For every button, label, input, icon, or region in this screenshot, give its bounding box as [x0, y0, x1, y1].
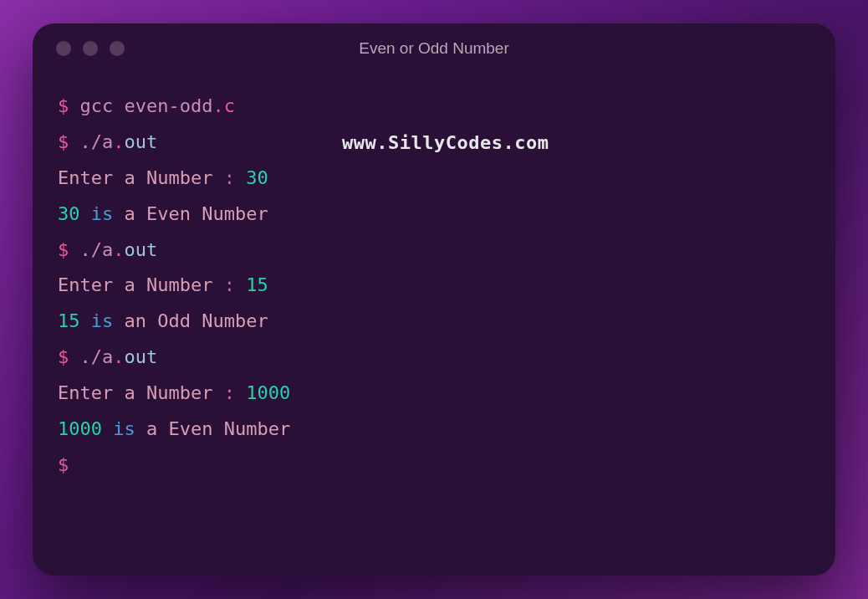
cmd-text: ./a [80, 131, 114, 152]
prompt-symbol: $ [58, 131, 69, 152]
colon: : [224, 167, 235, 188]
result-number: 30 [58, 203, 80, 224]
terminal-content[interactable]: www.SillyCodes.com $ gcc even-odd.c $ ./… [33, 74, 835, 499]
cmd-text: gcc even-odd [80, 95, 213, 116]
terminal-window: Even or Odd Number www.SillyCodes.com $ … [33, 23, 835, 576]
is-word: is [113, 418, 135, 439]
terminal-line: $ [58, 448, 810, 484]
input-value: 15 [246, 274, 268, 295]
result-number: 1000 [58, 418, 102, 439]
terminal-line: $ ./a.out [58, 125, 810, 161]
result-text: a Even Number [125, 203, 268, 224]
terminal-line: Enter a Number : 30 [58, 161, 810, 197]
terminal-line: Enter a Number : 1000 [58, 376, 810, 412]
dot: . [113, 239, 124, 260]
maximize-icon[interactable] [110, 41, 125, 56]
terminal-line: $ ./a.out [58, 340, 810, 376]
close-icon[interactable] [56, 41, 71, 56]
cmd-text: out [125, 346, 158, 367]
window-controls [56, 41, 125, 56]
prompt-symbol: $ [58, 454, 69, 475]
result-text: a Even Number [146, 418, 290, 439]
terminal-line: Enter a Number : 15 [58, 268, 810, 304]
cmd-text: out [125, 239, 158, 260]
prompt-symbol: $ [58, 346, 69, 367]
cmd-text: ./a [80, 239, 114, 260]
minimize-icon[interactable] [83, 41, 98, 56]
colon: : [224, 274, 235, 295]
result-number: 15 [58, 310, 80, 331]
titlebar: Even or Odd Number [33, 23, 835, 74]
prompt-text: Enter a Number [58, 167, 224, 188]
result-text: an Odd Number [125, 310, 268, 331]
is-word: is [91, 310, 114, 331]
cmd-text: ./a [80, 346, 114, 367]
prompt-symbol: $ [58, 95, 69, 116]
terminal-line: 15 is an Odd Number [58, 304, 810, 340]
prompt-text: Enter a Number [58, 274, 224, 295]
dot: .c [212, 95, 235, 116]
terminal-line: 30 is a Even Number [58, 197, 810, 233]
input-value: 1000 [246, 382, 290, 403]
prompt-symbol: $ [58, 239, 69, 260]
terminal-line: $ ./a.out [58, 233, 810, 269]
colon: : [224, 382, 235, 403]
window-title: Even or Odd Number [33, 39, 835, 58]
terminal-line: $ gcc even-odd.c [58, 89, 810, 125]
terminal-line: 1000 is a Even Number [58, 412, 810, 448]
input-value: 30 [246, 167, 268, 188]
cmd-text: out [125, 131, 158, 152]
is-word: is [91, 203, 114, 224]
prompt-text: Enter a Number [58, 382, 224, 403]
dot: . [113, 346, 124, 367]
dot: . [113, 131, 124, 152]
